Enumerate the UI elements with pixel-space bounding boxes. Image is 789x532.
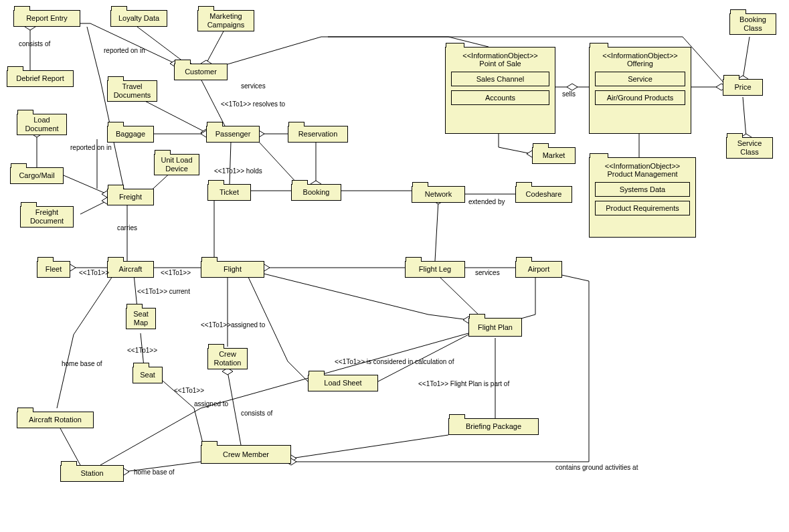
lbl-flight-plan-part-of: <<1To1>> Flight Plan is part of xyxy=(418,380,509,387)
node-load-sheet: Load Sheet xyxy=(308,375,378,391)
node-market: Market xyxy=(532,147,576,164)
node-aircraft-rotation: Aircraft Rotation xyxy=(17,412,94,428)
off-item-1: Air/Ground Products xyxy=(595,90,685,105)
svg-line-8 xyxy=(230,142,231,184)
node-baggage: Baggage xyxy=(107,126,154,143)
pm-item-1: Product Requirements xyxy=(595,201,690,215)
node-load-document: Load Document xyxy=(17,114,67,135)
node-customer: Customer xyxy=(174,64,228,80)
pm-item-0: Systems Data xyxy=(595,182,690,197)
svg-line-13 xyxy=(64,175,107,194)
lbl-consists-of-2: consists of xyxy=(241,410,272,417)
lbl-sells: sells xyxy=(562,90,576,98)
lbl-reported-on-in-1: reported on in xyxy=(104,47,145,54)
svg-line-41 xyxy=(743,97,746,137)
node-flight: Flight xyxy=(201,261,264,278)
lbl-resolves-to: <<1To1>> resolves to xyxy=(221,100,285,108)
node-reservation: Reservation xyxy=(288,126,348,143)
pkg-product-mgmt: <<InformationObject>>Product Management … xyxy=(589,157,696,238)
svg-line-34 xyxy=(435,201,438,261)
lbl-reported-on-in-2: reported on in xyxy=(70,144,112,151)
lbl-1to1-3: <<1To1>> xyxy=(127,347,157,354)
node-crew-member: Crew Member xyxy=(201,445,291,464)
lbl-1to1-4: <<1To1>> xyxy=(174,387,204,394)
node-loyalty-data: Loyalty Data xyxy=(110,10,167,27)
pm-stereo: <<InformationObject>> xyxy=(605,162,681,170)
lbl-consists-of-1: consists of xyxy=(19,40,50,48)
svg-line-3 xyxy=(206,30,224,64)
node-passenger: Passenger xyxy=(206,126,260,143)
lbl-contains-ground: contains ground activities at xyxy=(555,464,638,471)
node-freight: Freight xyxy=(107,189,154,205)
node-airport: Airport xyxy=(515,261,562,278)
lbl-is-considered: <<1To1>> is considered in calculation of xyxy=(335,358,454,365)
pm-title: Product Management xyxy=(607,170,677,178)
off-item-0: Service xyxy=(595,72,685,86)
node-seat-map: Seat Map xyxy=(126,308,156,329)
svg-line-26 xyxy=(438,276,482,318)
svg-line-11 xyxy=(258,141,298,184)
lbl-1to1-1: <<1To1>> xyxy=(79,269,109,276)
lbl-extended-by: extended by xyxy=(468,198,505,205)
node-travel-documents: Travel Documents xyxy=(107,80,157,102)
node-booking: Booking xyxy=(291,184,341,201)
lbl-home-base-of-1: home base of xyxy=(62,360,102,367)
node-booking-class: Booking Class xyxy=(729,13,776,35)
node-network: Network xyxy=(412,186,465,203)
pkg-point-of-sale: <<InformationObject>>Point of Sale Sales… xyxy=(445,47,555,134)
svg-line-32 xyxy=(291,435,448,458)
pos-title: Point of Sale xyxy=(479,60,521,68)
node-report-entry: Report Entry xyxy=(13,10,80,27)
off-title: Offering xyxy=(627,60,653,68)
node-station: Station xyxy=(60,465,124,482)
node-flight-plan: Flight Plan xyxy=(468,318,522,337)
lbl-current: <<1To1>> current xyxy=(137,288,190,295)
lbl-home-base-of-2: home base of xyxy=(134,468,175,476)
node-briefing-package: Briefing Package xyxy=(448,418,539,435)
lbl-services-2: services xyxy=(475,269,500,276)
node-flight-leg: Flight Leg xyxy=(405,261,465,278)
node-codeshare: Codeshare xyxy=(515,186,572,203)
off-stereo: <<InformationObject>> xyxy=(602,52,678,60)
node-aircraft: Aircraft xyxy=(107,261,154,278)
svg-line-14 xyxy=(80,201,107,214)
node-unit-load-device: Unit Load Device xyxy=(154,154,199,175)
node-marketing-campaigns: Marketing Campaigns xyxy=(197,10,254,31)
svg-line-30 xyxy=(60,428,80,465)
node-fleet: Fleet xyxy=(37,261,70,278)
node-seat: Seat xyxy=(133,367,163,383)
node-ticket: Ticket xyxy=(207,184,251,201)
lbl-carries: carries xyxy=(117,224,137,232)
pos-stereo: <<InformationObject>> xyxy=(462,52,538,60)
lbl-assigned-to-1: <<1To1>>assigned to xyxy=(201,321,265,329)
pos-item-1: Accounts xyxy=(451,90,549,105)
lbl-services-1: services xyxy=(241,82,266,90)
node-freight-document: Freight Document xyxy=(20,206,74,228)
node-service-class: Service Class xyxy=(726,137,773,159)
pos-item-0: Sales Channel xyxy=(451,72,549,86)
svg-line-29 xyxy=(228,371,241,445)
node-crew-rotation: Crew Rotation xyxy=(207,348,248,369)
lbl-assigned-to-2: assigned to xyxy=(194,400,228,408)
pkg-offering: <<InformationObject>>Offering Service Ai… xyxy=(589,47,691,134)
lbl-holds: <<1To1>> holds xyxy=(214,167,262,175)
node-cargo-mail: Cargo/Mail xyxy=(10,167,64,184)
svg-line-2 xyxy=(137,27,186,64)
svg-line-40 xyxy=(743,37,750,79)
lbl-1to1-2: <<1To1>> xyxy=(161,269,191,276)
node-price: Price xyxy=(723,79,763,96)
node-debrief-report: Debrief Report xyxy=(7,70,74,87)
